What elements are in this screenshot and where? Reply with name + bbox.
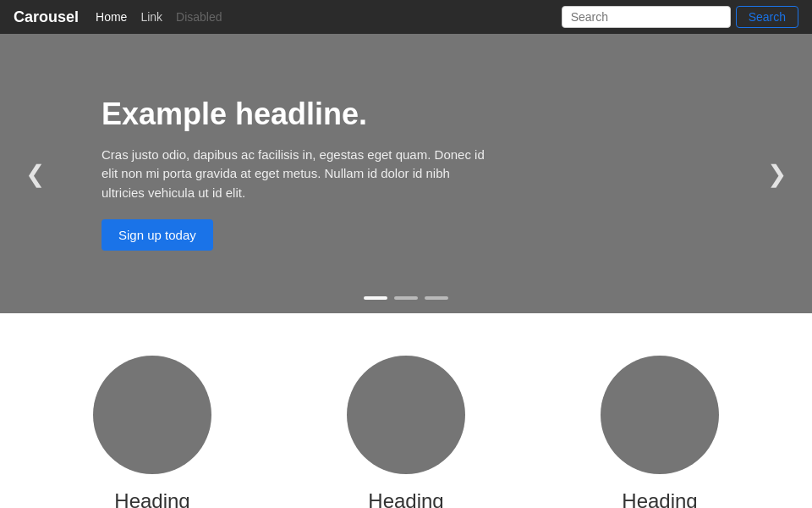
nav-link-home[interactable]: Home <box>96 10 127 24</box>
carousel-next-button[interactable]: ❯ <box>759 152 795 196</box>
feature-item-3: Heading Donec sed odio dui. Cras justo o… <box>550 356 770 508</box>
brand: Carousel <box>14 8 79 26</box>
feature-item-1: Heading Donec sed odio dui. Etiam porta … <box>42 356 262 508</box>
feature-image-1 <box>93 356 211 474</box>
feature-item-2: Heading Duis mollis, est non commodo luc… <box>296 356 516 508</box>
feature-heading-1: Heading <box>114 489 189 508</box>
carousel-prev-button[interactable]: ❮ <box>17 152 53 196</box>
carousel-cta-button[interactable]: Sign up today <box>102 219 213 251</box>
carousel: ❮ Example headline. Cras justo odio, dap… <box>0 34 812 313</box>
feature-image-3 <box>601 356 719 474</box>
feature-heading-3: Heading <box>622 489 697 508</box>
carousel-indicators <box>364 296 448 300</box>
feature-heading-2: Heading <box>368 489 443 508</box>
nav-links: Home Link Disabled <box>96 10 562 24</box>
carousel-headline: Example headline. <box>102 97 491 132</box>
search-input[interactable] <box>562 6 731 28</box>
search-form: Search <box>562 6 798 28</box>
nav-link-link[interactable]: Link <box>140 10 162 24</box>
carousel-content: Example headline. Cras justo odio, dapib… <box>0 97 592 251</box>
navbar: Carousel Home Link Disabled Search <box>0 0 812 34</box>
carousel-text: Cras justo odio, dapibus ac facilisis in… <box>102 146 491 203</box>
indicator-3[interactable] <box>425 296 448 300</box>
indicator-2[interactable] <box>394 296 418 300</box>
features-section: Heading Donec sed odio dui. Etiam porta … <box>0 313 812 508</box>
nav-link-disabled: Disabled <box>176 10 222 24</box>
feature-image-2 <box>347 356 465 474</box>
search-button[interactable]: Search <box>736 6 798 28</box>
indicator-1[interactable] <box>364 296 387 300</box>
